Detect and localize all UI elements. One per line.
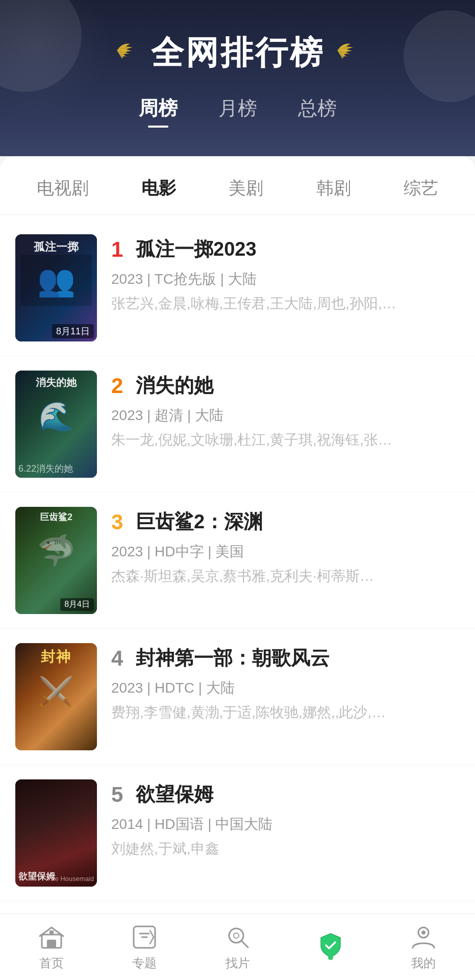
list-item[interactable]: 消失的她 🌊 6.22消失的她 2 消失的她 2023 | 超清 | 大陆 朱一…: [0, 356, 475, 493]
tab-us-drama[interactable]: 美剧: [224, 175, 267, 202]
nav-topics[interactable]: 专题: [98, 923, 191, 971]
movie-cast: 刘婕然,于斌,申鑫: [111, 839, 460, 859]
tab-weekly[interactable]: 周榜: [139, 95, 178, 126]
header: 全网排行榜 周榜 月榜 总榜: [0, 0, 475, 156]
category-tabs: 电视剧 电影 美剧 韩剧 综艺: [0, 156, 475, 215]
movie-poster: 消失的她 🌊 6.22消失的她: [15, 371, 97, 478]
movie-cast: 费翔,李雪健,黄渤,于适,陈牧驰,娜然,,此沙,…: [111, 703, 460, 722]
nav-topics-label: 专题: [132, 955, 157, 971]
movie-poster: 巨齿鲨2 🦈 8月4日: [15, 507, 97, 614]
rank-number: 5: [111, 782, 130, 807]
topics-icon: [131, 923, 158, 951]
deco-circle-1: [0, 0, 82, 92]
list-item[interactable]: 孤注一掷 👥 8月11日 1 孤注一掷2023 2023 | TC抢先版 | 大…: [0, 220, 475, 356]
svg-rect-4: [49, 930, 54, 935]
movie-poster: 孤注一掷 👥 8月11日: [15, 234, 97, 341]
shield-active-dot: [328, 955, 333, 960]
rank-number: 3: [111, 510, 130, 534]
movie-cast: 张艺兴,金晨,咏梅,王传君,王大陆,周也,孙阳,…: [111, 294, 460, 313]
tab-tv[interactable]: 电视剧: [33, 175, 93, 202]
svg-point-10: [421, 930, 426, 935]
mine-icon: [410, 923, 437, 951]
rank-number: 2: [111, 374, 130, 398]
movie-poster: 封神 ⚔️: [15, 643, 97, 750]
movie-title: 巨齿鲨2：深渊: [136, 509, 263, 535]
movie-meta: 2023 | TC抢先版 | 大陆: [111, 270, 460, 289]
movie-cast: 朱一龙,倪妮,文咏珊,杜江,黄子琪,祝海钰,张…: [111, 430, 460, 450]
list-item[interactable]: 封神 ⚔️ 4 封神第一部：朝歌风云 2023 | HDTC | 大陆 费翔,李…: [0, 629, 475, 765]
page-title: 全网排行榜: [151, 31, 324, 75]
tab-total[interactable]: 总榜: [298, 95, 337, 126]
movie-meta: 2014 | HD国语 | 中国大陆: [111, 815, 460, 834]
nav-home-label: 首页: [39, 955, 64, 971]
movie-poster: 欲望保姆 The Housemaid: [15, 779, 97, 887]
nav-mine-label: 我的: [411, 955, 436, 971]
svg-line-7: [241, 941, 248, 947]
movie-meta: 2023 | HDTC | 大陆: [111, 678, 460, 698]
nav-search-label: 找片: [226, 955, 250, 971]
movie-title: 欲望保姆: [136, 781, 213, 807]
movie-title: 消失的她: [136, 373, 213, 399]
nav-shield[interactable]: [284, 932, 377, 963]
search-icon: [224, 923, 252, 951]
laurel-right-icon: [333, 35, 363, 71]
bottom-nav: 首页 专题 找片: [0, 914, 475, 980]
svg-rect-3: [47, 940, 56, 948]
movie-meta: 2023 | HD中字 | 美国: [111, 542, 460, 561]
list-item[interactable]: 巨齿鲨2 🦈 8月4日 3 巨齿鲨2：深渊 2023 | HD中字 | 美国 杰…: [0, 493, 475, 629]
tab-monthly[interactable]: 月榜: [218, 95, 257, 126]
list-item[interactable]: 欲望保姆 The Housemaid 5 欲望保姆 2014 | HD国语 | …: [0, 765, 475, 901]
home-icon: [38, 923, 65, 951]
movie-info: 4 封神第一部：朝歌风云 2023 | HDTC | 大陆 费翔,李雪健,黄渤,…: [111, 643, 460, 722]
movie-info: 5 欲望保姆 2014 | HD国语 | 中国大陆 刘婕然,于斌,申鑫: [111, 779, 460, 859]
main-content: 电视剧 电影 美剧 韩剧 综艺 孤注一掷 👥 8月11日 1: [0, 156, 475, 980]
movie-info: 2 消失的她 2023 | 超清 | 大陆 朱一龙,倪妮,文咏珊,杜江,黄子琪,…: [111, 371, 460, 450]
laurel-left-icon: [112, 35, 143, 71]
tab-movie[interactable]: 电影: [137, 175, 180, 202]
movie-info: 3 巨齿鲨2：深渊 2023 | HD中字 | 美国 杰森·斯坦森,吴京,蔡书雅…: [111, 507, 460, 586]
movie-title: 封神第一部：朝歌风云: [136, 645, 330, 671]
movie-info: 1 孤注一掷2023 2023 | TC抢先版 | 大陆 张艺兴,金晨,咏梅,王…: [111, 234, 460, 313]
shield-icon: [317, 932, 344, 959]
tab-kr-drama[interactable]: 韩剧: [312, 175, 355, 202]
rank-number: 1: [111, 237, 130, 262]
movie-meta: 2023 | 超清 | 大陆: [111, 406, 460, 425]
movie-cast: 杰森·斯坦森,吴京,蔡书雅,克利夫·柯蒂斯…: [111, 567, 460, 586]
tab-variety[interactable]: 综艺: [399, 175, 442, 202]
period-tabs: 周榜 月榜 总榜: [0, 95, 475, 136]
movie-title: 孤注一掷2023: [136, 236, 257, 262]
deco-circle-2: [404, 10, 475, 102]
svg-point-8: [234, 933, 239, 938]
nav-search[interactable]: 找片: [191, 923, 284, 971]
nav-mine[interactable]: 我的: [377, 923, 470, 971]
nav-home[interactable]: 首页: [5, 923, 98, 971]
movie-list: 孤注一掷 👥 8月11日 1 孤注一掷2023 2023 | TC抢先版 | 大…: [0, 215, 475, 980]
rank-number: 4: [111, 646, 130, 671]
